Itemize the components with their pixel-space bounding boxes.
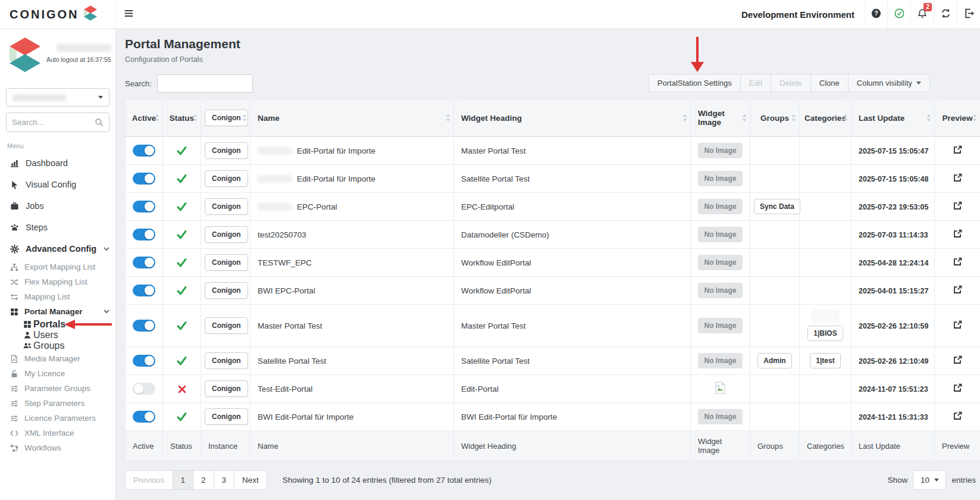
instance-button[interactable]: Conigon xyxy=(205,198,248,215)
table-row[interactable]: ConigonSatellite Portal TestSatellite Po… xyxy=(126,347,980,375)
preview-open-button[interactable] xyxy=(953,285,963,295)
preview-open-button[interactable] xyxy=(953,201,963,211)
column-header-last-update[interactable]: Last Update xyxy=(851,99,935,137)
active-toggle[interactable] xyxy=(133,411,155,423)
active-toggle[interactable] xyxy=(133,201,155,212)
cell-widget-image: No Image xyxy=(691,403,750,431)
sidebar-item-groups[interactable]: Groups xyxy=(0,340,115,351)
instance-button[interactable]: Conigon xyxy=(205,254,248,271)
instance-filter-button[interactable]: Conigon xyxy=(205,110,248,126)
table-row[interactable]: ConigonMaster Portal TestMaster Portal T… xyxy=(126,305,980,347)
preview-open-button[interactable] xyxy=(953,411,963,421)
sidebar-item-licence-parameters[interactable]: Licence Parameters xyxy=(0,411,115,426)
active-toggle[interactable] xyxy=(133,229,155,240)
instance-button[interactable]: Conigon xyxy=(205,352,248,369)
sidebar-item-steps[interactable]: Steps xyxy=(0,217,115,238)
sidebar-item-xml-interface[interactable]: XML Interface xyxy=(0,426,115,440)
menu-toggle-button[interactable] xyxy=(124,9,134,20)
sidebar-item-step-parameters[interactable]: Step Parameters xyxy=(0,396,115,411)
pagination-page-3[interactable]: 3 xyxy=(214,470,235,490)
table-row[interactable]: ConigonEdit-Portal für ImporteSatellite … xyxy=(126,165,980,193)
table-row[interactable]: ConigonEdit-Portal für ImporteMaster Por… xyxy=(126,137,980,165)
active-toggle[interactable] xyxy=(133,285,155,296)
table-search-input[interactable] xyxy=(157,74,253,93)
instance-button[interactable]: Conigon xyxy=(205,282,248,299)
group-badge[interactable]: Sync Data xyxy=(754,199,800,214)
sort-icon xyxy=(446,114,450,123)
sidebar-item-portals[interactable]: Portals xyxy=(0,319,115,330)
sidebar-search-input[interactable] xyxy=(12,118,95,127)
delete-button[interactable]: Delete xyxy=(771,74,811,92)
notifications-button[interactable]: 2 xyxy=(910,0,934,29)
pagination-page-2[interactable]: 2 xyxy=(193,470,214,490)
preview-open-button[interactable] xyxy=(953,320,963,330)
system-status-button[interactable] xyxy=(887,0,910,29)
table-row[interactable]: ConigonBWI EPC-PortalWorkflow EditPortal… xyxy=(126,277,980,305)
edit-button[interactable]: Edit xyxy=(741,74,771,92)
instance-button[interactable]: Conigon xyxy=(205,142,248,159)
column-header-active[interactable]: Active xyxy=(126,99,163,137)
instance-button[interactable]: Conigon xyxy=(205,317,248,334)
group-badge[interactable]: Admin xyxy=(757,353,791,368)
preview-open-button[interactable] xyxy=(953,229,963,239)
sidebar-item-advanced-config[interactable]: Advanced Config xyxy=(0,238,115,260)
table-row[interactable]: ConigonEPC-PortalEPC-EditportalNo ImageS… xyxy=(126,193,980,221)
sidebar-item-export-mapping-list[interactable]: Export Mapping List xyxy=(0,260,115,274)
preview-open-button[interactable] xyxy=(953,355,963,365)
pagination-next-button[interactable]: Next xyxy=(234,470,267,490)
active-toggle[interactable] xyxy=(133,383,155,395)
help-button[interactable]: ? xyxy=(864,0,887,29)
table-row[interactable]: Conigontest20250703Datamodeller (CSDemo)… xyxy=(126,221,980,249)
preview-open-button[interactable] xyxy=(953,257,963,267)
sidebar-item-flex-mapping-list[interactable]: Flex Mapping List xyxy=(0,274,115,289)
logout-button[interactable] xyxy=(957,0,980,29)
column-header-preview[interactable]: Preview xyxy=(935,99,980,137)
preview-open-button[interactable] xyxy=(953,173,963,183)
table-row[interactable]: ConigonTest-Edit-PortalEdit-Portal2024-1… xyxy=(126,375,980,403)
active-toggle[interactable] xyxy=(133,320,155,332)
clone-button[interactable]: Clone xyxy=(811,74,849,92)
sidebar-item-jobs[interactable]: Jobs xyxy=(0,195,115,217)
active-toggle[interactable] xyxy=(133,173,155,185)
sidebar-item-users[interactable]: Users xyxy=(0,330,115,340)
instance-button[interactable]: Conigon xyxy=(205,226,248,243)
sidebar-item-visual-config[interactable]: Visual Config xyxy=(0,174,115,195)
table-row[interactable]: ConigonTESTWF_EPCWorkflow EditPortalNo I… xyxy=(126,249,980,277)
refresh-button[interactable] xyxy=(934,0,957,29)
pagination-page-1[interactable]: 1 xyxy=(173,470,194,490)
instance-select[interactable] xyxy=(6,88,109,107)
instance-button[interactable]: Conigon xyxy=(205,408,248,425)
sidebar-item-portal-manager[interactable]: Portal Manager xyxy=(0,304,115,319)
pagination-previous-button[interactable]: Previous xyxy=(125,470,173,490)
sidebar-item-media-manager[interactable]: Media Manager xyxy=(0,351,115,366)
column-header-widget-image[interactable]: Widget Image xyxy=(691,99,750,137)
sidebar-item-dashboard[interactable]: Dashboard xyxy=(0,152,115,174)
sidebar-item-parameter-groups[interactable]: Parameter Groups xyxy=(0,381,115,396)
column-header-widget-heading[interactable]: Widget Heading xyxy=(454,99,691,137)
preview-open-button[interactable] xyxy=(953,145,963,155)
column-visibility-button[interactable]: Column visibility xyxy=(849,74,930,92)
page-size-select[interactable]: 10 xyxy=(913,470,946,490)
table-row[interactable]: ConigonBWI Edit-Portal für ImporteBWI Ed… xyxy=(126,403,980,431)
column-header-instance[interactable]: Conigon xyxy=(201,99,251,137)
active-toggle[interactable] xyxy=(133,257,155,268)
sidebar-item-label: Users xyxy=(33,330,58,340)
sliders-icon xyxy=(8,385,20,393)
column-header-groups[interactable]: Groups xyxy=(750,99,800,137)
sidebar-item-mapping-list[interactable]: Mapping List xyxy=(0,289,115,304)
sidebar-item-my-licence[interactable]: My Licence xyxy=(0,366,115,381)
active-toggle[interactable] xyxy=(133,355,155,367)
category-badge[interactable]: 1|BIOS xyxy=(807,326,843,341)
sidebar-item-workflows[interactable]: Workflows xyxy=(0,440,115,455)
app-logo[interactable]: CONIGON xyxy=(0,0,116,29)
column-header-categories[interactable]: Categories xyxy=(800,99,851,137)
code-icon xyxy=(8,429,20,438)
active-toggle[interactable] xyxy=(133,145,155,157)
portalstation-settings-button[interactable]: PortalStation Settings xyxy=(649,74,741,92)
category-badge[interactable]: 1|test xyxy=(810,353,840,368)
column-header-name[interactable]: Name xyxy=(251,99,454,137)
instance-button[interactable]: Conigon xyxy=(205,380,248,397)
preview-open-button[interactable] xyxy=(953,383,963,393)
column-header-status[interactable]: Status xyxy=(163,99,201,137)
instance-button[interactable]: Conigon xyxy=(205,170,248,187)
